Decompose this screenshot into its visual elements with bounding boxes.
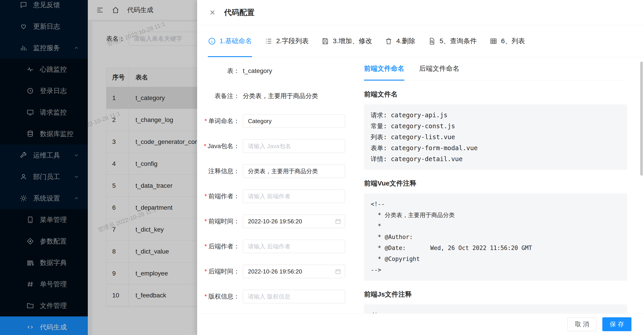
step-field-list[interactable]: 2.字段列表 [264, 25, 309, 57]
backend-author-input[interactable] [243, 240, 345, 253]
remark-value: 分类表，主要用于商品分类 [243, 92, 318, 100]
list-icon [264, 37, 272, 45]
frontend-vue-comment-heading: 前端Vue文件注释 [364, 179, 627, 188]
java-package-label: Java包名： [197, 142, 240, 150]
drawer-body: 表： t_category 表备注： 分类表，主要用于商品分类 单词命名： Ja… [197, 57, 644, 313]
config-steps-bar: 1.基础命名 2.字段列表 3.增加、修改 4.删除 5、查询条件 6、列表 [197, 25, 644, 57]
frontend-js-comment-heading: 前端Js文件注释 [364, 290, 627, 299]
copyright-label: 版权信息： [197, 292, 240, 301]
backend-time-input[interactable] [243, 265, 345, 278]
form-row-frontend-time: 前端时间： [197, 209, 364, 234]
drawer-footer: 取 消 保 存 [197, 313, 644, 335]
step-add-modify[interactable]: 3.增加、修改 [321, 25, 372, 57]
close-drawer-icon[interactable]: × [210, 8, 215, 17]
comment-info-input[interactable] [243, 164, 345, 178]
frontend-author-label: 前端作者： [197, 192, 240, 201]
save-button[interactable]: 保 存 [602, 317, 632, 331]
frontend-time-label: 前端时间： [197, 217, 240, 226]
backend-author-label: 后端作者： [197, 242, 240, 251]
form-row-java-package: Java包名： [197, 134, 364, 159]
form-row-frontend-author: 前端作者： [197, 184, 364, 209]
comment-info-label: 注释信息： [197, 167, 240, 175]
file-search-icon [428, 37, 436, 45]
step-label: 1.基础命名 [220, 36, 252, 46]
cancel-button[interactable]: 取 消 [568, 317, 596, 331]
form-row-backend-author: 后端作者： [197, 234, 364, 259]
step-list-view[interactable]: 6、列表 [490, 25, 525, 57]
word-naming-input[interactable] [243, 114, 345, 128]
frontend-filenames-heading: 前端文件名 [364, 90, 627, 99]
calendar-icon[interactable] [335, 268, 342, 275]
java-package-input[interactable] [243, 139, 345, 153]
step-label: 5、查询条件 [440, 36, 477, 46]
frontend-js-comment-box: /* * 分类表，主要用于商品分类 * * @Author: [364, 304, 627, 313]
step-label: 3.增加、修改 [333, 36, 372, 46]
frontend-filenames-box: 请求: category-api.js 常量: category-const.j… [364, 104, 627, 170]
info-circle-icon [208, 37, 216, 45]
remark-label: 表备注： [197, 92, 240, 100]
file-naming-tabs: 前端文件命名 后端文件命名 [364, 57, 627, 81]
word-naming-label: 单词命名： [197, 117, 240, 125]
form-row-word-naming: 单词命名： [197, 108, 364, 134]
frontend-author-input[interactable] [243, 190, 345, 203]
table-label: 表： [197, 67, 240, 75]
calendar-icon[interactable] [335, 218, 342, 225]
tab-frontend-file-naming[interactable]: 前端文件命名 [364, 57, 404, 80]
step-label: 6、列表 [501, 36, 525, 46]
tab-backend-file-naming[interactable]: 后端文件命名 [419, 57, 460, 80]
step-delete[interactable]: 4.删除 [384, 25, 415, 57]
drawer-header: × 代码配置 [197, 0, 644, 25]
drawer-title: 代码配置 [224, 7, 255, 18]
file-naming-panel: 前端文件命名 后端文件命名 前端文件名 请求: category-api.js … [364, 57, 627, 313]
step-label: 2.字段列表 [276, 36, 309, 46]
form-row-table: 表： t_category [197, 58, 364, 83]
drawer-mask[interactable] [0, 0, 197, 335]
basic-naming-form: 表： t_category 表备注： 分类表，主要用于商品分类 单词命名： Ja… [197, 58, 364, 309]
step-label: 4.删除 [396, 36, 415, 46]
form-row-copyright: 版权信息： [197, 284, 364, 309]
form-row-backend-time: 后端时间： [197, 259, 364, 284]
frontend-time-input[interactable] [243, 215, 345, 228]
save-disk-icon [321, 37, 329, 45]
table-value: t_category [243, 67, 272, 74]
copyright-input[interactable] [243, 290, 345, 303]
table-grid-icon [490, 37, 498, 45]
backend-time-label: 后端时间： [197, 267, 240, 276]
code-config-drawer: × 代码配置 1.基础命名 2.字段列表 3.增加、修改 4.删除 5 [197, 0, 644, 335]
step-basic-naming[interactable]: 1.基础命名 [208, 25, 252, 57]
drawer-scrollbar-thumb[interactable] [640, 61, 643, 176]
form-row-remark: 表备注： 分类表，主要用于商品分类 [197, 83, 364, 108]
form-row-comment-info: 注释信息： [197, 159, 364, 184]
frontend-vue-comment-box: <!-- * 分类表，主要用于商品分类 * * @Author: * @Date… [364, 193, 627, 281]
trash-icon [384, 37, 393, 45]
step-query-conditions[interactable]: 5、查询条件 [428, 25, 477, 57]
app-root: 代码生成 菜单管理 × 参数配置 × 表名： 序号 表名 [0, 0, 644, 335]
